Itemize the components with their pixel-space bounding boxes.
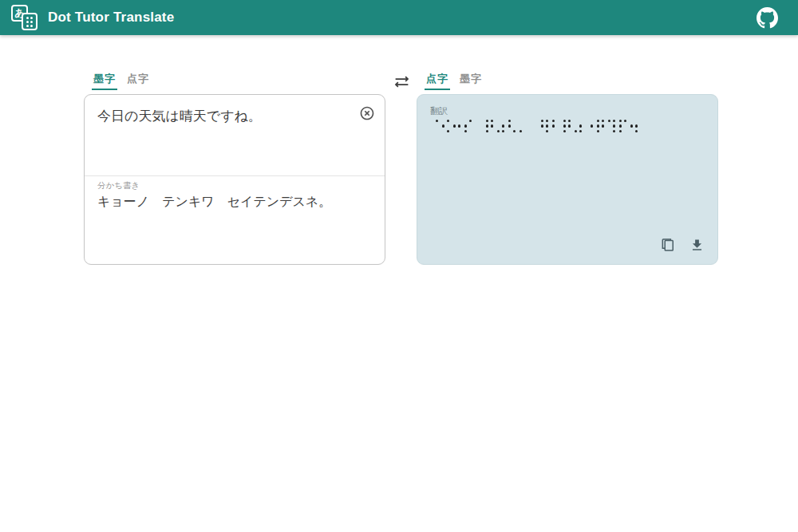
download-icon [689,238,705,253]
github-link-button[interactable] [752,2,782,33]
braille-output [431,120,706,136]
github-icon [757,7,778,29]
swap-horizontal-icon [393,73,410,90]
logo-braille-square [22,13,38,30]
clear-circle-x-icon [359,105,375,121]
app-title: Dot Tutor Translate [48,10,174,26]
translation-label: 翻訳 [430,105,448,117]
input-tabs: 墨字 点字 [92,69,385,90]
output-panel: 点字 墨字 翻訳 [417,69,718,265]
tab-input-tenji[interactable]: 点字 [125,69,151,90]
swap-direction-button[interactable] [390,70,413,93]
app-bar: あ Dot Tutor Translate [0,0,798,35]
tab-output-tenji[interactable]: 点字 [425,69,450,90]
clear-input-button[interactable] [358,104,377,123]
output-card: 翻訳 [417,94,718,265]
tab-input-sumiji[interactable]: 墨字 [92,69,117,90]
wakachi-section: 分かち書き キョーノ テンキワ セイテンデスネ。 [85,176,385,211]
output-tabs: 点字 墨字 [425,69,718,90]
copy-button[interactable] [657,234,679,256]
braille-dots-icon [26,17,33,27]
input-card: 今日の天気は晴天ですね。 分かち書き キョーノ テンキワ セイテンデスネ。 [84,94,385,265]
wakachi-label: 分かち書き [97,180,372,191]
input-panel: 墨字 点字 今日の天気は晴天ですね。 分かち書き キョーノ テンキワ セイテンデ… [84,69,385,265]
copy-icon [660,237,676,253]
wakachi-text: キョーノ テンキワ セイテンデスネ。 [97,194,372,211]
text-input[interactable]: 今日の天気は晴天ですね。 [85,95,385,175]
output-actions [657,234,708,256]
app-logo-icon: あ [11,4,40,31]
tab-output-sumiji[interactable]: 墨字 [458,69,484,90]
main-content: 墨字 点字 今日の天気は晴天ですね。 分かち書き キョーノ テンキワ セイテンデ… [0,35,798,265]
download-button[interactable] [685,234,708,256]
